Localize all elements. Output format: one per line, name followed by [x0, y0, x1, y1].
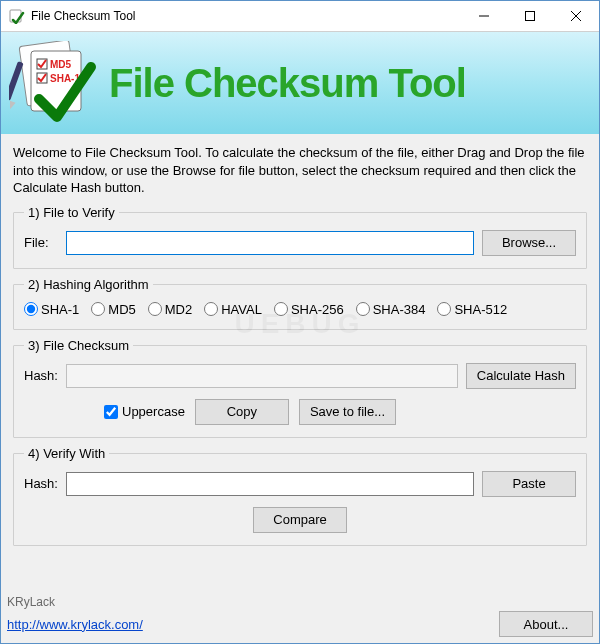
minimize-button[interactable] — [461, 1, 507, 31]
browse-button[interactable]: Browse... — [482, 230, 576, 256]
algorithm-radio-label: HAVAL — [221, 302, 262, 317]
body: Welcome to File Checksum Tool. To calcul… — [1, 134, 599, 591]
hash-output-label: Hash: — [24, 368, 58, 383]
svg-marker-10 — [9, 100, 16, 110]
file-label: File: — [24, 235, 58, 250]
banner-logo: MD5 SHA-1 — [9, 41, 99, 126]
uppercase-checkbox-input[interactable] — [104, 405, 118, 419]
algorithm-radio-sha1[interactable]: SHA-1 — [24, 302, 79, 317]
footer: KRyLack http://www.krylack.com/ About... — [1, 591, 599, 643]
banner-title: File Checksum Tool — [109, 61, 466, 106]
logo-tag-md5: MD5 — [50, 59, 72, 70]
algorithm-radios: SHA-1MD5MD2HAVALSHA-256SHA-384SHA-512 — [24, 302, 576, 317]
group-file-checksum: 3) File Checksum Hash: Calculate Hash Up… — [13, 338, 587, 438]
maximize-button[interactable] — [507, 1, 553, 31]
algorithm-radio-label: MD5 — [108, 302, 135, 317]
about-button[interactable]: About... — [499, 611, 593, 637]
banner: MD5 SHA-1 File Checksum Tool — [1, 32, 599, 134]
algorithm-radio-label: SHA-1 — [41, 302, 79, 317]
window-title: File Checksum Tool — [31, 9, 461, 23]
compare-button[interactable]: Compare — [253, 507, 347, 533]
close-button[interactable] — [553, 1, 599, 31]
svg-rect-9 — [9, 61, 24, 101]
group-verify-with: 4) Verify With Hash: Paste Compare — [13, 446, 587, 546]
algorithm-radio-input[interactable] — [91, 302, 105, 316]
group1-legend: 1) File to Verify — [24, 205, 119, 220]
group-file-to-verify: 1) File to Verify File: Browse... — [13, 205, 587, 269]
group2-legend: 2) Hashing Algorithm — [24, 277, 153, 292]
titlebar: File Checksum Tool — [1, 1, 599, 32]
algorithm-radio-haval[interactable]: HAVAL — [204, 302, 262, 317]
app-icon — [9, 8, 25, 24]
algorithm-radio-input[interactable] — [437, 302, 451, 316]
algorithm-radio-input[interactable] — [356, 302, 370, 316]
algorithm-radio-md2[interactable]: MD2 — [148, 302, 192, 317]
group4-legend: 4) Verify With — [24, 446, 109, 461]
verify-hash-label: Hash: — [24, 476, 58, 491]
group-hashing-algorithm: 2) Hashing Algorithm SHA-1MD5MD2HAVALSHA… — [13, 277, 587, 330]
svg-rect-2 — [526, 12, 535, 21]
intro-text: Welcome to File Checksum Tool. To calcul… — [13, 144, 587, 197]
algorithm-radio-label: MD2 — [165, 302, 192, 317]
file-input[interactable] — [66, 231, 474, 255]
algorithm-radio-label: SHA-256 — [291, 302, 344, 317]
algorithm-radio-input[interactable] — [204, 302, 218, 316]
footer-brand: KRyLack — [7, 595, 593, 609]
algorithm-radio-label: SHA-384 — [373, 302, 426, 317]
save-to-file-button[interactable]: Save to file... — [299, 399, 396, 425]
copy-button[interactable]: Copy — [195, 399, 289, 425]
algorithm-radio-sha512[interactable]: SHA-512 — [437, 302, 507, 317]
algorithm-radio-sha256[interactable]: SHA-256 — [274, 302, 344, 317]
paste-button[interactable]: Paste — [482, 471, 576, 497]
uppercase-label: Uppercase — [122, 404, 185, 419]
algorithm-radio-label: SHA-512 — [454, 302, 507, 317]
hash-output[interactable] — [66, 364, 458, 388]
calculate-hash-button[interactable]: Calculate Hash — [466, 363, 576, 389]
footer-link[interactable]: http://www.krylack.com/ — [7, 617, 143, 632]
algorithm-radio-input[interactable] — [148, 302, 162, 316]
algorithm-radio-md5[interactable]: MD5 — [91, 302, 135, 317]
window: File Checksum Tool MD5 — [0, 0, 600, 644]
uppercase-checkbox[interactable]: Uppercase — [104, 404, 185, 419]
algorithm-radio-input[interactable] — [24, 302, 38, 316]
verify-hash-input[interactable] — [66, 472, 474, 496]
group3-legend: 3) File Checksum — [24, 338, 133, 353]
algorithm-radio-sha384[interactable]: SHA-384 — [356, 302, 426, 317]
algorithm-radio-input[interactable] — [274, 302, 288, 316]
